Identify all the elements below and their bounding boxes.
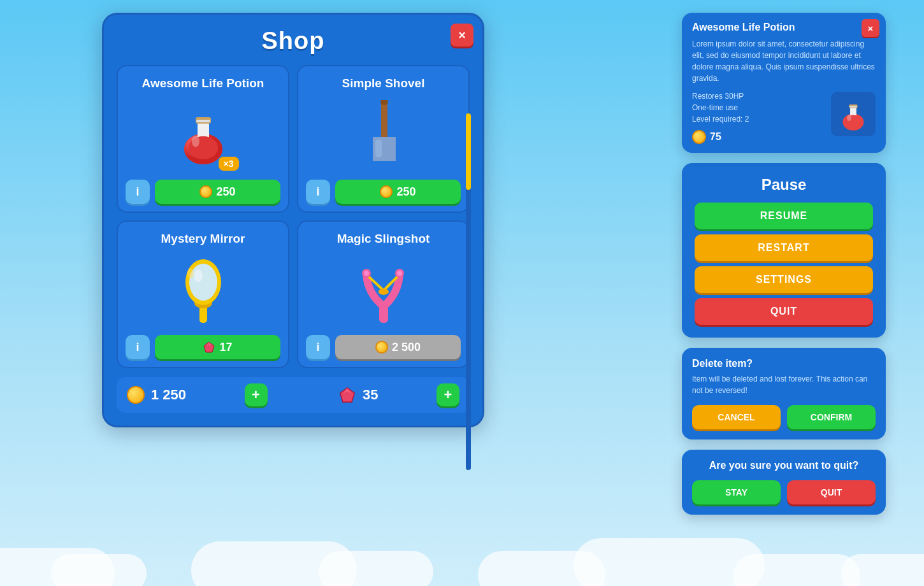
add-gems-button[interactable]: + <box>437 383 459 406</box>
svg-point-17 <box>187 268 194 278</box>
right-column: Awesome Life Potion Lorem ipsum dolor si… <box>682 13 886 515</box>
item-icon-mirror <box>165 252 242 329</box>
svg-point-27 <box>397 271 402 276</box>
item-icon-potion: ×3 <box>165 97 242 173</box>
svg-point-16 <box>194 269 203 282</box>
tooltip-stat-1: One-time use <box>692 103 825 112</box>
tooltip-price: 75 <box>692 130 825 144</box>
info-btn-slingshot[interactable]: i <box>306 335 330 359</box>
scroll-thumb[interactable] <box>466 113 471 190</box>
info-btn-shovel[interactable]: i <box>306 180 330 204</box>
item-actions-mirror: i 17 <box>126 335 280 359</box>
tooltip-body: Restores 30HP One-time use Level require… <box>692 92 876 144</box>
shop-footer: 1 250 + 35 + <box>117 377 470 413</box>
item-icon-shovel <box>345 97 422 173</box>
tooltip-potion-icon <box>837 97 869 132</box>
svg-rect-35 <box>849 106 857 107</box>
price-shovel: 250 <box>396 185 415 199</box>
price-mirror: 17 <box>219 341 232 354</box>
tooltip-image-box <box>831 92 876 136</box>
coin-currency-display: 1 250 <box>127 386 186 404</box>
gem-icon-mirror <box>203 341 215 354</box>
settings-button[interactable]: SETTINGS <box>695 266 873 293</box>
shop-item-slingshot: Magic Slingshot <box>297 220 470 368</box>
mirror-icon <box>178 255 229 325</box>
pause-title: Pause <box>695 176 873 194</box>
tooltip-coin-icon <box>692 130 706 144</box>
quit-confirm-panel: Are you sure you want to quit? STAY QUIT <box>682 450 886 515</box>
coin-icon-slingshot <box>375 341 388 354</box>
restart-button[interactable]: RESTART <box>695 234 873 261</box>
svg-point-15 <box>189 264 217 301</box>
info-btn-mirror[interactable]: i <box>126 335 150 359</box>
stay-button[interactable]: STAY <box>692 480 781 504</box>
quit-confirm-title: Are you sure you want to quit? <box>692 460 876 471</box>
delete-title: Delete item? <box>692 358 876 369</box>
shop-grid: Awesome Life Potion <box>117 65 470 368</box>
info-btn-potion[interactable]: i <box>126 180 150 204</box>
confirm-delete-button[interactable]: CONFIRM <box>787 405 876 429</box>
shop-panel: Shop × Awesome Life Potion <box>102 13 484 427</box>
gem-icon-footer <box>338 386 356 404</box>
slingshot-icon <box>355 255 412 325</box>
shop-title: Shop <box>117 27 470 55</box>
tooltip-title: Awesome Life Potion <box>692 22 876 33</box>
buy-btn-slingshot[interactable]: 2 500 <box>335 335 461 359</box>
coin-icon-potion <box>199 185 212 198</box>
item-actions-slingshot: i 2 500 <box>306 335 461 359</box>
item-name-potion: Awesome Life Potion <box>142 76 264 90</box>
quantity-badge-potion: ×3 <box>219 157 239 171</box>
svg-point-34 <box>847 115 851 121</box>
item-name-slingshot: Magic Slingshot <box>337 232 430 246</box>
cancel-delete-button[interactable]: CANCEL <box>692 405 781 429</box>
quit-confirm-actions: STAY QUIT <box>692 480 876 504</box>
tooltip-panel: Awesome Life Potion Lorem ipsum dolor si… <box>682 13 886 153</box>
svg-point-26 <box>364 271 369 276</box>
price-slingshot: 2 500 <box>392 341 421 354</box>
scroll-track <box>466 113 471 470</box>
svg-point-23 <box>379 289 389 295</box>
shop-item-potion: Awesome Life Potion <box>117 65 289 213</box>
item-actions-potion: i 250 <box>126 180 280 204</box>
delete-panel: Delete item? Item will be deleted and lo… <box>682 348 886 440</box>
quit-confirm-button[interactable]: QUIT <box>787 480 876 504</box>
svg-rect-8 <box>381 100 387 141</box>
svg-rect-20 <box>379 305 388 323</box>
delete-actions: CANCEL CONFIRM <box>692 405 876 429</box>
add-coins-button[interactable]: + <box>245 383 268 406</box>
tooltip-stat-2: Level required: 2 <box>692 115 825 124</box>
coin-icon-footer <box>127 386 145 404</box>
item-name-mirror: Mystery Mirror <box>161 232 245 246</box>
coin-amount: 1 250 <box>151 387 186 403</box>
pause-panel: Pause RESUME RESTART SETTINGS QUIT <box>682 163 886 338</box>
item-name-shovel: Simple Shovel <box>342 76 425 90</box>
quit-button-pause[interactable]: QUIT <box>695 298 873 325</box>
resume-button[interactable]: RESUME <box>695 203 873 229</box>
tooltip-stats: Restores 30HP One-time use Level require… <box>692 92 825 144</box>
shop-item-shovel: Simple Shovel i 250 <box>297 65 470 213</box>
gem-amount: 35 <box>363 387 378 403</box>
tooltip-close-button[interactable]: × <box>862 19 879 37</box>
shop-item-mirror: Mystery Mirror i <box>117 220 289 368</box>
price-potion: 250 <box>216 185 235 199</box>
svg-point-6 <box>192 136 199 147</box>
buy-btn-mirror[interactable]: 17 <box>155 335 280 359</box>
tooltip-desc: Lorem ipsum dolor sit amet, consectetur … <box>692 38 876 84</box>
svg-rect-10 <box>375 139 382 157</box>
tooltip-stat-0: Restores 30HP <box>692 92 825 101</box>
gem-currency-display: 35 <box>338 386 378 404</box>
coin-icon-shovel <box>380 185 393 198</box>
tooltip-price-value: 75 <box>710 131 721 143</box>
shop-close-button[interactable]: × <box>451 24 473 46</box>
svg-rect-7 <box>196 120 210 122</box>
buy-btn-shovel[interactable]: 250 <box>335 180 461 204</box>
delete-description: Item will be deleted and lost forever. T… <box>692 373 876 396</box>
shovel-icon <box>361 100 406 170</box>
buy-btn-potion[interactable]: 250 <box>155 180 280 204</box>
item-icon-slingshot <box>345 252 422 329</box>
item-actions-shovel: i 250 <box>306 180 461 204</box>
